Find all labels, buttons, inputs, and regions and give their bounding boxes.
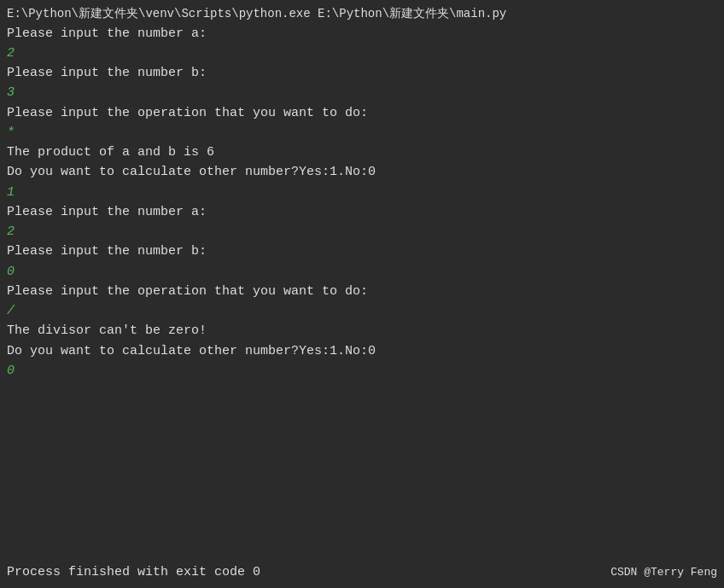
output-lines: Please input the number a:2Please input … [7,24,717,381]
footer: Process finished with exit code 0 CSDN @… [7,565,717,579]
terminal-window: E:\Python\新建文件夹\venv\Scripts\python.exe … [0,0,724,588]
output-line-13: Please input the operation that you want… [7,282,717,301]
path-line: E:\Python\新建文件夹\venv\Scripts\python.exe … [7,5,717,24]
output-line-3: 3 [7,83,717,102]
watermark: CSDN @Terry Feng [610,566,717,579]
output-line-15: The divisor can't be zero! [7,321,717,341]
output-line-9: Please input the number a: [7,202,717,222]
output-line-7: Do you want to calculate other number?Ye… [7,162,717,182]
output-line-17: 0 [7,361,717,381]
output-line-1: 2 [7,44,717,63]
output-line-6: The product of a and b is 6 [7,143,717,162]
output-line-4: Please input the operation that you want… [7,103,717,123]
output-line-0: Please input the number a: [7,24,717,44]
output-line-10: 2 [7,222,717,242]
output-line-5: * [7,123,717,143]
output-line-14: / [7,301,717,321]
exit-status: Process finished with exit code 0 [7,565,260,579]
output-line-16: Do you want to calculate other number?Ye… [7,341,717,361]
output-line-12: 0 [7,262,717,282]
output-line-2: Please input the number b: [7,63,717,83]
output-line-11: Please input the number b: [7,242,717,261]
output-line-8: 1 [7,183,717,202]
